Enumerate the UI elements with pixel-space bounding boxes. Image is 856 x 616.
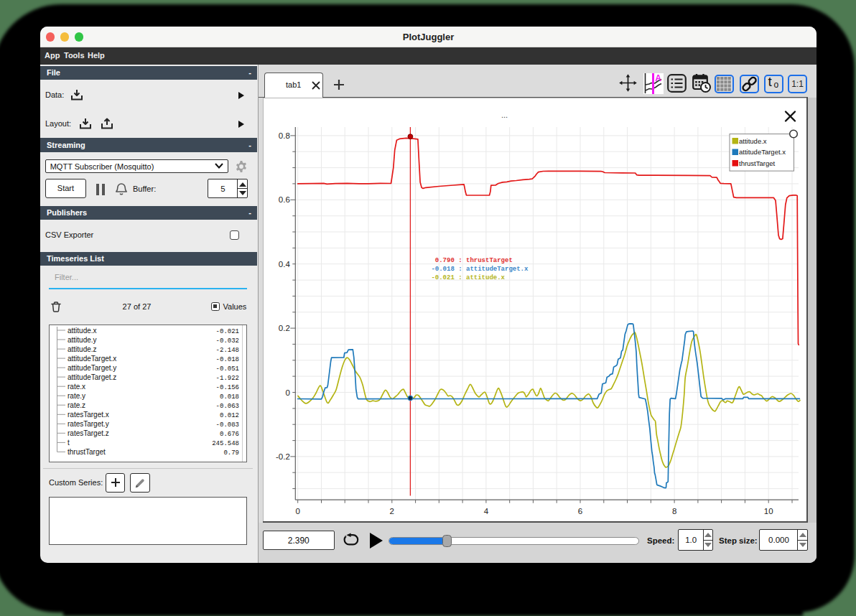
svg-text:-0.021: -0.021 (216, 327, 239, 335)
svg-text:-0.156: -0.156 (216, 383, 239, 391)
svg-text:t: t (68, 438, 70, 446)
svg-text:attitude.x: attitude.x (68, 326, 97, 334)
svg-text:attitudeTarget.y: attitudeTarget.y (68, 363, 116, 371)
svg-text:-0.032: -0.032 (216, 337, 239, 344)
svg-text:ratesTarget.y: ratesTarget.y (68, 419, 109, 427)
svg-text:8: 8 (672, 507, 676, 515)
svg-text:-0.063: -0.063 (216, 402, 239, 409)
svg-text:-2.148: -2.148 (216, 346, 239, 353)
svg-text:-0.018: -0.018 (216, 355, 239, 363)
svg-text:2: 2 (390, 507, 394, 515)
svg-text:rate.y: rate.y (68, 391, 85, 399)
svg-text:thrustTarget: thrustTarget (68, 447, 106, 455)
svg-text:thrustTarget: thrustTarget (739, 159, 776, 167)
svg-text:0: 0 (295, 507, 299, 515)
svg-text:-0.051: -0.051 (216, 365, 239, 372)
svg-text:attitude.x: attitude.x (739, 137, 767, 145)
svg-text:A: A (655, 73, 661, 83)
svg-text:0: 0 (285, 388, 289, 397)
svg-text:...: ... (501, 111, 508, 119)
svg-text:245.548: 245.548 (212, 439, 239, 447)
svg-text:0.2: 0.2 (279, 324, 290, 332)
svg-text:ratesTarget.x: ratesTarget.x (68, 410, 109, 418)
svg-text:rate.x: rate.x (68, 382, 85, 390)
svg-text:0.790 : thrustTarget: 0.790 : thrustTarget (427, 257, 513, 264)
svg-text:attitudeTarget.x: attitudeTarget.x (68, 354, 116, 362)
svg-text:0.6: 0.6 (279, 195, 290, 204)
svg-text:0.018: 0.018 (220, 393, 239, 400)
svg-text:10: 10 (764, 507, 773, 515)
svg-text:4: 4 (484, 507, 489, 515)
svg-text:0.4: 0.4 (279, 260, 291, 269)
svg-text:-0.083: -0.083 (216, 421, 239, 428)
svg-text:0.79: 0.79 (224, 449, 240, 456)
svg-text:-0.018 : attitudeTarget.x: -0.018 : attitudeTarget.x (427, 266, 529, 273)
svg-text:0.8: 0.8 (279, 131, 290, 140)
svg-text:ratesTarget.z: ratesTarget.z (68, 429, 109, 437)
svg-text:-0.2: -0.2 (276, 452, 290, 461)
svg-text:attitude.y: attitude.y (68, 335, 97, 343)
svg-text:-1.922: -1.922 (216, 374, 239, 381)
svg-text:0.676: 0.676 (220, 430, 239, 437)
svg-text:6: 6 (578, 507, 582, 515)
svg-text:attitudeTarget.x: attitudeTarget.x (739, 148, 786, 156)
svg-text:-0.021 : attitude.x: -0.021 : attitude.x (427, 274, 506, 281)
svg-text:rate.z: rate.z (68, 401, 85, 409)
svg-text:attitudeTarget.z: attitudeTarget.z (68, 373, 116, 381)
svg-text:0.012: 0.012 (220, 411, 239, 419)
svg-text:attitude.z: attitude.z (68, 345, 97, 353)
